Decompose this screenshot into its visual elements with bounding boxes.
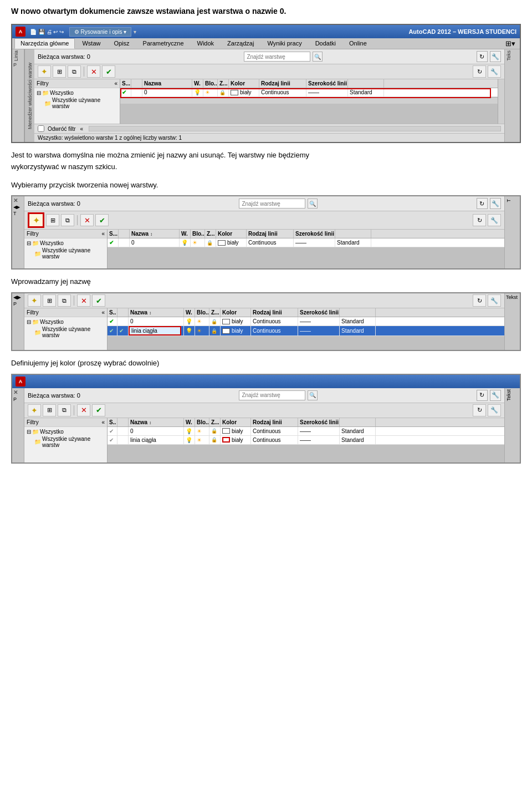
layer-name-input-3[interactable] (129, 326, 181, 336)
td-w1-4: 💡 (184, 436, 195, 444)
filter-all-2[interactable]: ⊟ 📁 Wszystko (25, 240, 106, 247)
lm-toolbar-right-1: ↻ 🔧 (473, 65, 501, 78)
filter-used-1[interactable]: 📁 Wszystkie używane warstw (35, 96, 119, 110)
lm-set-current-btn-3[interactable]: ✔ (92, 294, 105, 307)
lm-new-layer-btn-1[interactable]: ✦ (38, 65, 51, 78)
reverse-filter-checkbox-1[interactable] (38, 125, 44, 132)
lm-refresh-btn-1[interactable]: ↻ (477, 51, 488, 62)
lm-search-btn-4[interactable]: 🔍 (308, 390, 318, 400)
lm-refresh-2-2[interactable]: ↻ (473, 214, 486, 226)
table-row-0-3[interactable]: ✔ 0 💡 ☀ 🔒 biały Continuous —— (108, 317, 504, 326)
td-szerokosc1-3: —— (298, 326, 340, 336)
lm-settings-2-1[interactable]: 🔧 (488, 65, 501, 78)
td-name1-4: linia ciągła (129, 436, 184, 444)
filter-all-3[interactable]: ⊟ 📁 Wszystko (25, 318, 106, 326)
lm-new-layer-in-vp-btn-3[interactable]: ⊞ (43, 294, 56, 307)
lm-settings-btn-2[interactable]: 🔧 (490, 198, 501, 209)
tab-parametryczne-1[interactable]: Parametryczne (137, 38, 190, 49)
lm-search-input-1[interactable] (244, 52, 310, 62)
bulb-icon-1-3: 💡 (186, 328, 192, 334)
lm-new-layer-in-vp-btn-4[interactable]: ⊞ (43, 404, 56, 416)
lm-refresh-btn-2[interactable]: ↻ (477, 198, 488, 209)
th-z-4: Z... (209, 418, 221, 426)
tab-narzedzia-1[interactable]: Narzędzia główne (14, 38, 75, 49)
filters-collapse-1[interactable]: « (114, 80, 117, 87)
filters-collapse-2[interactable]: « (101, 231, 105, 237)
lm-header-btns-1: ↻ 🔧 (477, 51, 501, 62)
expand-btn-1[interactable]: ⊞▾ (503, 38, 518, 49)
tab-wstaw-1[interactable]: Wstaw (76, 38, 106, 49)
table-row-1-3[interactable]: ✔ ✔ 💡 ☀ 🔒 biały (108, 326, 504, 336)
kolor-text-0-3: biały (232, 318, 243, 324)
td-kolor1-4[interactable]: biały (221, 436, 251, 444)
lm-delete-btn-4[interactable]: ✕ (77, 404, 90, 416)
v-scrollbar-1[interactable] (498, 79, 504, 124)
filters-tree-3: ⊟ 📁 Wszystko 📁 Wszystkie używane warstw (24, 317, 107, 340)
td-szerokosc1-4: —— (298, 436, 340, 444)
lm-copy-layer-btn-1[interactable]: ⧉ (68, 65, 81, 78)
tree-minus-1: ⊟ (37, 90, 41, 96)
lm-delete-btn-1[interactable]: ✕ (87, 65, 100, 78)
lm-search-input-4[interactable] (239, 390, 305, 400)
lm-new-layer-btn-4[interactable]: ✦ (28, 404, 41, 416)
lm-header-2: Bieżąca warstwa: 0 🔍 ↻ 🔧 (24, 196, 504, 211)
filter-used-3[interactable]: 📁 Wszystkie używane warstw (25, 326, 106, 339)
th-nazwa-2: Nazwa ↕ (130, 230, 180, 238)
footer-scroll-1[interactable] (89, 126, 501, 131)
color-box-0-2 (218, 240, 226, 246)
filter-all-1[interactable]: ⊟ 📁 Wszystko (35, 89, 119, 96)
lm-settings-4[interactable]: 🔧 (488, 404, 501, 416)
lm-settings-btn-1[interactable]: 🔧 (490, 51, 501, 62)
lm-new-layer-in-vp-btn-2[interactable]: ⊞ (46, 214, 59, 226)
filter-all-4[interactable]: ⊟ 📁 Wszystko (25, 428, 106, 435)
tab-zarzadzaj-1[interactable]: Zarządzaj (221, 38, 260, 49)
lm-settings-3[interactable]: 🔧 (488, 294, 501, 307)
lm-search-input-2[interactable] (239, 199, 305, 209)
paragraph3: Wprowadzamy jej nazwę (11, 276, 521, 288)
filters-collapse-3[interactable]: « (101, 309, 105, 316)
lm-search-btn-2[interactable]: 🔍 (308, 199, 318, 209)
tab-dodatki-1[interactable]: Dodatki (309, 38, 342, 49)
color-box-0-4 (222, 428, 230, 434)
autocad-window-3: ◀▶ P ✦ ⊞ ⧉ ✕ ✔ ↻ 🔧 (11, 292, 521, 351)
lm-copy-layer-btn-2[interactable]: ⧉ (61, 214, 74, 226)
lm-settings-btn-4[interactable]: 🔧 (490, 390, 501, 401)
table-row-0-4[interactable]: ✔ 0 💡 ☀ 🔒 biały Continuous —— (108, 427, 504, 436)
lm-refresh-btn-4[interactable]: ↻ (477, 390, 488, 401)
lm-set-current-btn-4[interactable]: ✔ (92, 404, 105, 416)
filter-used-4[interactable]: 📁 Wszystkie używane warstw (25, 435, 106, 449)
lm-search-btn-1[interactable]: 🔍 (313, 52, 323, 62)
table-row-0-1[interactable]: ✔ 0 💡 ☀ 🔒 biały Continuous —— (120, 88, 498, 97)
drawing-dropdown[interactable]: ⚙ Rysowanie i opis ▾ (69, 27, 132, 37)
tab-wyniki-1[interactable]: Wyniki pracy (261, 38, 308, 49)
lm-copy-layer-btn-4[interactable]: ⧉ (58, 404, 71, 416)
tab-opisz-1[interactable]: Opisz (108, 38, 135, 49)
lm-new-layer-in-vp-btn-1[interactable]: ⊞ (53, 65, 66, 78)
color-box-1-4-highlighted[interactable] (222, 437, 230, 443)
lm-copy-layer-btn-3[interactable]: ⧉ (58, 294, 71, 307)
tab-widok-1[interactable]: Widok (191, 38, 221, 49)
td-name1-3[interactable] (129, 326, 184, 336)
filters-collapse-4[interactable]: « (101, 419, 105, 425)
autocad-window-2: ✕ ◀▶ T Bieżąca warstwa: 0 🔍 ↻ 🔧 (11, 195, 521, 270)
lm-new-layer-btn-2[interactable]: ✦ (28, 212, 44, 228)
intro-text-bold: W nowo otwartym dokumencie zawsze wstawi… (11, 7, 280, 16)
kolor-text-1-4: biały (232, 437, 243, 443)
lm-set-current-btn-1[interactable]: ✔ (102, 65, 115, 78)
footer-collapse-1[interactable]: « (80, 126, 84, 132)
filter-used-2[interactable]: 📁 Wszystkie używane warstw (25, 247, 106, 260)
lm-refresh-3[interactable]: ↻ (473, 294, 486, 307)
table-row-0-2[interactable]: ✔ 0 💡 ☀ 🔒 biały Continuous —— (108, 238, 504, 247)
lm-delete-btn-3[interactable]: ✕ (77, 294, 90, 307)
tab-online-1[interactable]: Online (343, 38, 373, 49)
lm-settings-2-2[interactable]: 🔧 (488, 214, 501, 226)
lm-refresh-4[interactable]: ↻ (473, 404, 486, 416)
h-scrollbar-1[interactable] (120, 97, 498, 104)
table-row-1-4[interactable]: ✔ linia ciągła 💡 ☀ 🔒 biały Contin (108, 436, 504, 445)
lm-new-layer-btn-3[interactable]: ✦ (28, 294, 41, 307)
lm-body-2: Filtry « ⊟ 📁 Wszystko 📁 Wszystkie (24, 230, 504, 268)
table-area-3: S.. Nazwa ↕ W. Blo... Z... Kolor Rodzaj … (108, 308, 504, 350)
lm-refresh-2-1[interactable]: ↻ (473, 65, 486, 78)
lm-delete-btn-2[interactable]: ✕ (80, 214, 94, 226)
lm-set-current-btn-2[interactable]: ✔ (95, 214, 109, 226)
